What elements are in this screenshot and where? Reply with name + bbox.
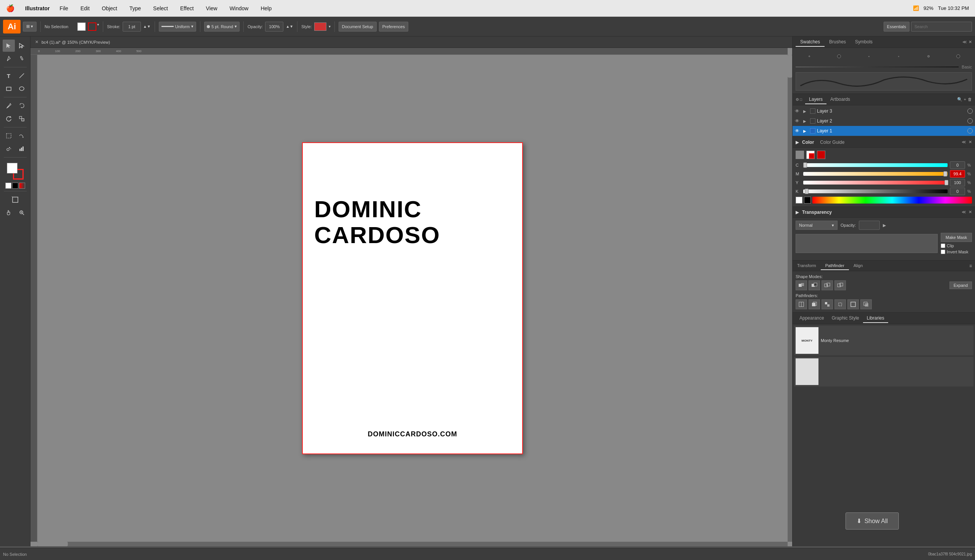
tab-symbols[interactable]: Symbols [850, 38, 877, 47]
tab-swatches[interactable]: Swatches [796, 38, 824, 47]
k-value-input[interactable]: 0 [950, 188, 965, 195]
unite-btn[interactable] [796, 280, 807, 290]
color-panel-expand[interactable]: ≪ [962, 140, 966, 145]
menu-effect[interactable]: Effect [178, 5, 196, 12]
document-setup-btn[interactable]: Document Setup [339, 22, 377, 32]
opacity-arrow-right[interactable]: ▶ [883, 223, 886, 228]
brush-item-3[interactable] [855, 51, 883, 62]
pathfinder-menu-icon[interactable]: ≡ [969, 263, 975, 268]
canvas-viewport[interactable]: DOMINIC CARDOSO DOMINICCARDOSO.COM [37, 55, 788, 542]
brush-dropdown[interactable]: 5 pt. Round ▾ [204, 22, 239, 32]
layer3-eye-icon[interactable]: 👁 [795, 108, 802, 114]
expand-btn[interactable]: Expand [950, 282, 972, 289]
tab-transform[interactable]: Transform [793, 262, 821, 270]
library-item-1[interactable]: MONTY Monty Resume [794, 326, 973, 355]
layer3-arrow[interactable]: ▶ [803, 109, 809, 113]
m-value-input[interactable]: 99.4 [950, 170, 965, 178]
opacity-stepper[interactable]: ▲▼ [286, 24, 293, 28]
line-tool[interactable] [16, 70, 28, 82]
symbol-sprayer-tool[interactable] [3, 143, 15, 155]
preferences-btn[interactable]: Preferences [379, 22, 408, 32]
style-swatch[interactable] [314, 22, 326, 31]
tab-align[interactable]: Align [849, 262, 867, 270]
opacity-value-input[interactable]: 100% [859, 221, 880, 230]
layer1-arrow[interactable]: ▶ [803, 129, 809, 133]
rectangle-tool[interactable] [3, 83, 15, 95]
menu-select[interactable]: Select [151, 5, 170, 12]
scrollbar-vertical[interactable] [788, 55, 792, 542]
color-guide-label[interactable]: Color Guide [820, 140, 845, 145]
canvas-content[interactable]: 0100200300400500 DOMINIC CARDOSO DOMINIC… [30, 48, 792, 546]
graph-tool[interactable] [16, 143, 28, 155]
artboard-tool[interactable] [9, 193, 21, 206]
brush-item-1[interactable] [796, 51, 823, 62]
panel-expand-icon[interactable]: ≪ [962, 40, 967, 45]
exclude-btn[interactable] [835, 280, 846, 290]
layer2-arrow[interactable]: ▶ [803, 119, 809, 123]
color-mode-icon[interactable] [796, 151, 804, 159]
transparency-close[interactable]: ✕ [968, 210, 972, 215]
workspace-essentials-btn[interactable]: Essentials [884, 22, 910, 32]
pencil-tool[interactable] [16, 52, 28, 65]
stroke-stepper[interactable]: ▲▼ [143, 24, 151, 28]
tab-libraries[interactable]: Libraries [863, 314, 888, 323]
black-swatch[interactable] [12, 183, 18, 189]
opacity-input[interactable] [265, 22, 283, 32]
color-spectrum-bar[interactable] [813, 197, 972, 203]
merge-btn[interactable] [821, 299, 833, 309]
color-panel-arrow[interactable]: ▶ [796, 140, 799, 145]
scrollbar-thumb-h[interactable] [37, 542, 68, 546]
library-item-2[interactable] [794, 357, 973, 387]
layer1-eye-icon[interactable]: 👁 [795, 128, 802, 133]
color-red-swatch[interactable] [817, 151, 825, 159]
crop-btn[interactable] [835, 299, 846, 309]
type-tool[interactable]: T [3, 70, 15, 82]
menu-file[interactable]: File [57, 5, 71, 12]
free-transform-tool[interactable] [3, 130, 15, 142]
c-value-input[interactable]: 0 [950, 161, 965, 169]
layer2-eye-icon[interactable]: 👁 [795, 118, 802, 123]
menu-help[interactable]: Help [258, 5, 274, 12]
scrollbar-horizontal[interactable] [37, 542, 788, 546]
uniform-dropdown[interactable]: Uniform ▾ [159, 22, 197, 32]
reshape-tool[interactable] [16, 130, 28, 142]
menu-object[interactable]: Object [99, 5, 119, 12]
layers-settings-icon[interactable]: ⚙ [796, 97, 799, 102]
paintbrush-tool[interactable] [3, 100, 15, 112]
ellipse-tool[interactable] [16, 83, 28, 95]
minus-front-btn[interactable] [809, 280, 820, 290]
layers-delete-icon[interactable]: 🗑 [968, 97, 972, 102]
workspace-selector[interactable]: ⊞ ▾ [23, 22, 37, 32]
brush-item-2[interactable] [825, 51, 853, 62]
layer-row-1[interactable]: 👁 ▶ Layer 1 [793, 126, 975, 136]
rotate-tool[interactable] [3, 113, 15, 125]
pen-tool[interactable] [3, 52, 15, 65]
white-color-btn[interactable] [796, 197, 803, 203]
layers-icon2[interactable]: □ [800, 97, 802, 102]
menu-view[interactable]: View [204, 5, 220, 12]
layers-search-icon[interactable]: 🔍 [957, 97, 962, 102]
layers-add-icon[interactable]: + [964, 97, 966, 102]
tab-graphic-style[interactable]: Graphic Style [828, 314, 863, 323]
brush-item-6[interactable] [945, 51, 972, 62]
style-arrow[interactable]: ▾ [329, 24, 331, 28]
clip-checkbox[interactable] [941, 243, 945, 248]
brush-item-5[interactable] [915, 51, 942, 62]
lasso-tool[interactable] [16, 100, 28, 112]
color-current-swatch[interactable] [806, 151, 814, 159]
trim-btn[interactable] [809, 299, 820, 309]
stroke-arrow[interactable]: ▾ [97, 22, 99, 31]
layer-row-3[interactable]: 👁 ▶ Layer 3 [793, 106, 975, 116]
tab-brushes[interactable]: Brushes [824, 38, 850, 47]
scrollbar-thumb-v[interactable] [788, 55, 792, 78]
fill-stroke-indicator[interactable] [7, 163, 23, 180]
transparency-panel-arrow[interactable]: ▶ [796, 210, 799, 215]
tab-layers[interactable]: Layers [805, 95, 826, 104]
panel-close-x[interactable]: ✕ [968, 40, 972, 45]
outline-btn[interactable] [848, 299, 859, 309]
y-value-input[interactable]: 100 [950, 179, 965, 187]
stroke-value-input[interactable] [123, 22, 141, 32]
stroke-color-swatch[interactable] [88, 22, 96, 31]
minus-back-btn[interactable] [860, 299, 872, 309]
pathfinder-menu[interactable]: ≡ [969, 263, 972, 268]
